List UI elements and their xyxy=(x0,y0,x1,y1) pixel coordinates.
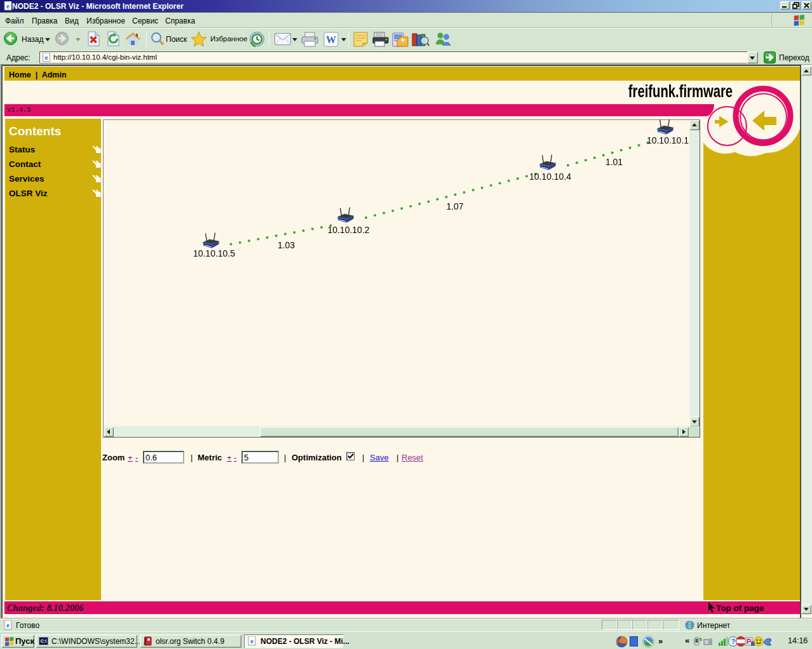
svg-text:e: e xyxy=(250,637,254,645)
svg-text:W: W xyxy=(326,34,336,45)
svg-text:1.01: 1.01 xyxy=(606,157,623,167)
svg-text:10.10.10.2: 10.10.10.2 xyxy=(327,225,369,235)
svg-text:10.10.10.4: 10.10.10.4 xyxy=(529,171,571,182)
svg-text:e: e xyxy=(6,2,10,10)
svg-text:?: ? xyxy=(731,638,736,645)
svg-text:1.07: 1.07 xyxy=(446,201,463,211)
svg-text:1.03: 1.03 xyxy=(278,240,295,250)
svg-text:10.10.10.1: 10.10.10.1 xyxy=(647,135,689,145)
svg-text:P: P xyxy=(747,638,751,645)
svg-text:10.10.10.5: 10.10.10.5 xyxy=(193,248,235,258)
svg-text:e: e xyxy=(6,621,10,629)
svg-text:e: e xyxy=(45,53,48,61)
